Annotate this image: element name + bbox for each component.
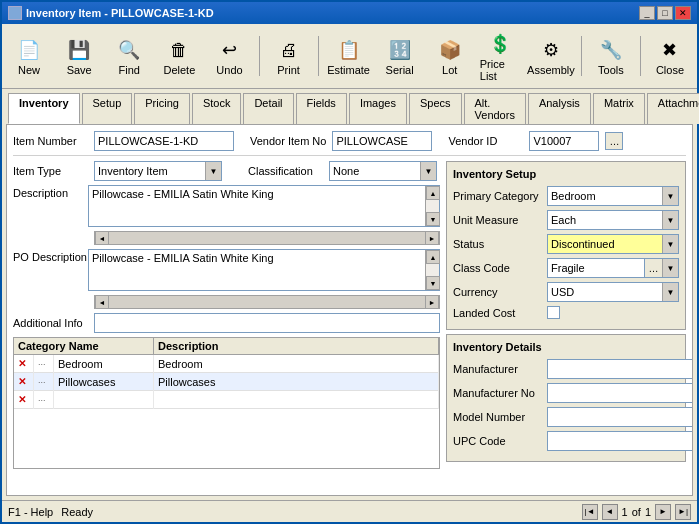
- vendor-item-no-input[interactable]: [332, 131, 432, 151]
- class-code-dropdown[interactable]: ▼: [662, 259, 678, 277]
- prev-page-button[interactable]: ◄: [602, 504, 618, 520]
- tab-attachments[interactable]: Attachments: [647, 93, 699, 124]
- vendor-item-no-label: Vendor Item No: [250, 135, 326, 147]
- primary-category-dropdown[interactable]: ▼: [662, 187, 678, 205]
- additional-info-input[interactable]: [94, 313, 440, 333]
- delete-x-icon-0: ✕: [18, 358, 26, 369]
- grid-cell-name-2[interactable]: [54, 391, 154, 409]
- item-type-dropdown-button[interactable]: ▼: [205, 162, 221, 180]
- model-number-input[interactable]: [547, 407, 693, 427]
- inventory-details-section: Inventory Details Manufacturer … ▼ Manuf…: [446, 334, 686, 462]
- vendor-id-input[interactable]: [529, 131, 599, 151]
- description-hscroll[interactable]: ◄ ►: [94, 231, 440, 245]
- po-scroll-right[interactable]: ►: [425, 295, 439, 309]
- item-number-label: Item Number: [13, 135, 88, 147]
- undo-button[interactable]: ↩ Undo: [206, 33, 252, 79]
- po-scroll-down[interactable]: ▼: [426, 276, 440, 290]
- classification-dropdown-button[interactable]: ▼: [420, 162, 436, 180]
- item-type-input[interactable]: [95, 162, 205, 180]
- grid-cell-name-1[interactable]: Pillowcases: [54, 373, 154, 391]
- tab-analysis[interactable]: Analysis: [528, 93, 591, 124]
- scroll-down-arrow[interactable]: ▼: [426, 212, 440, 226]
- upc-code-input[interactable]: [547, 431, 693, 451]
- item-number-input[interactable]: [94, 131, 234, 151]
- po-scroll-up[interactable]: ▲: [426, 250, 440, 264]
- po-description-label: PO Description: [13, 251, 88, 263]
- tab-inventory[interactable]: Inventory: [8, 93, 80, 124]
- currency-dropdown[interactable]: ▼: [662, 283, 678, 301]
- dots-icon-2: ···: [38, 395, 46, 405]
- close-window-button[interactable]: ✕: [675, 6, 691, 20]
- grid-cell-name-0[interactable]: Bedroom: [54, 355, 154, 373]
- landed-cost-checkbox[interactable]: [547, 306, 560, 319]
- next-page-button[interactable]: ►: [655, 504, 671, 520]
- scroll-left-arrow[interactable]: ◄: [95, 231, 109, 245]
- tab-matrix[interactable]: Matrix: [593, 93, 645, 124]
- status-input[interactable]: [548, 235, 662, 253]
- item-number-row: Item Number Vendor Item No Vendor ID …: [13, 131, 686, 151]
- upc-code-row: UPC Code: [453, 431, 679, 451]
- last-page-button[interactable]: ►|: [675, 504, 691, 520]
- save-label: Save: [67, 64, 92, 76]
- class-code-lookup[interactable]: …: [644, 259, 662, 277]
- primary-category-input[interactable]: [548, 187, 662, 205]
- grid-cell-desc-1[interactable]: Pillowcases: [154, 373, 439, 391]
- po-scroll-left[interactable]: ◄: [95, 295, 109, 309]
- scroll-up-arrow[interactable]: ▲: [426, 186, 440, 200]
- estimate-button[interactable]: 📋 Estimate: [325, 33, 373, 79]
- page-of: of: [632, 506, 641, 518]
- po-scroll-track: [426, 264, 439, 276]
- tab-fields[interactable]: Fields: [296, 93, 347, 124]
- additional-info-label: Additional Info: [13, 317, 88, 329]
- tab-detail[interactable]: Detail: [243, 93, 293, 124]
- tab-stock[interactable]: Stock: [192, 93, 242, 124]
- grid-row-0[interactable]: ✕ ··· Bedroom Bedroom: [14, 355, 439, 373]
- description-input[interactable]: Pillowcase - EMILIA Satin White King: [89, 186, 425, 224]
- assembly-button[interactable]: ⚙ Assembly: [527, 33, 575, 79]
- price-list-button[interactable]: 💲 Price List: [477, 27, 523, 85]
- lot-button[interactable]: 📦 Lot: [427, 33, 473, 79]
- class-code-input[interactable]: [548, 259, 644, 277]
- save-icon: 💾: [65, 36, 93, 64]
- unit-measure-dropdown[interactable]: ▼: [662, 211, 678, 229]
- classification-input[interactable]: [330, 162, 420, 180]
- manufacturer-no-input[interactable]: [547, 383, 693, 403]
- currency-input[interactable]: [548, 283, 662, 301]
- po-description-vscroll[interactable]: ▲ ▼: [425, 250, 439, 290]
- item-type-label: Item Type: [13, 165, 88, 177]
- first-page-button[interactable]: |◄: [582, 504, 598, 520]
- po-hscroll[interactable]: ◄ ►: [94, 295, 440, 309]
- po-description-input[interactable]: Pillowcase - EMILIA Satin White King: [89, 250, 425, 288]
- print-button[interactable]: 🖨 Print: [266, 33, 312, 79]
- tab-images[interactable]: Images: [349, 93, 407, 124]
- status-dropdown[interactable]: ▼: [662, 235, 678, 253]
- tab-alt-vendors[interactable]: Alt. Vendors: [464, 93, 526, 124]
- delete-button[interactable]: 🗑 Delete: [156, 33, 202, 79]
- main-window: Inventory Item - PILLOWCASE-1-KD _ □ ✕ 📄…: [0, 0, 699, 524]
- vendor-id-lookup-button[interactable]: …: [605, 132, 623, 150]
- new-button[interactable]: 📄 New: [6, 33, 52, 79]
- minimize-button[interactable]: _: [639, 6, 655, 20]
- grid-row-2[interactable]: ✕ ···: [14, 391, 439, 409]
- serial-button[interactable]: 🔢 Serial: [377, 33, 423, 79]
- unit-measure-input[interactable]: [548, 211, 662, 229]
- grid-cell-desc-2[interactable]: [154, 391, 439, 409]
- tools-button[interactable]: 🔧 Tools: [588, 33, 634, 79]
- tab-pricing[interactable]: Pricing: [134, 93, 190, 124]
- find-button[interactable]: 🔍 Find: [106, 33, 152, 79]
- description-vscroll[interactable]: ▲ ▼: [425, 186, 439, 226]
- grid-cell-desc-0[interactable]: Bedroom: [154, 355, 439, 373]
- serial-label: Serial: [386, 64, 414, 76]
- scroll-right-arrow[interactable]: ►: [425, 231, 439, 245]
- tab-setup[interactable]: Setup: [82, 93, 133, 124]
- print-icon: 🖨: [275, 36, 303, 64]
- save-button[interactable]: 💾 Save: [56, 33, 102, 79]
- tab-specs[interactable]: Specs: [409, 93, 462, 124]
- class-code-label: Class Code: [453, 262, 543, 274]
- grid-cell-x-1: ✕: [14, 373, 34, 391]
- close-button[interactable]: ✖ Close: [647, 33, 693, 79]
- maximize-button[interactable]: □: [657, 6, 673, 20]
- grid-row-1[interactable]: ✕ ··· Pillowcases Pillowcases: [14, 373, 439, 391]
- manufacturer-input[interactable]: [547, 359, 693, 379]
- lot-icon: 📦: [436, 36, 464, 64]
